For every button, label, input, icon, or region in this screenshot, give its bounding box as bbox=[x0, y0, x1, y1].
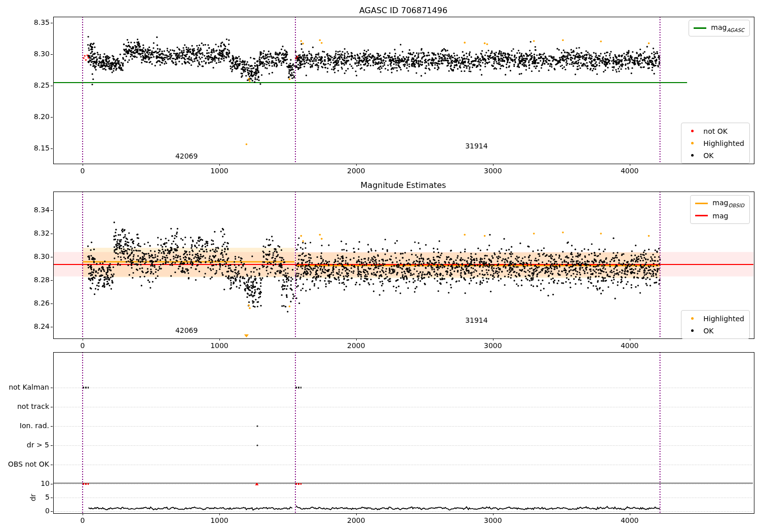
legend-label: mag bbox=[712, 212, 728, 220]
flag-label-not-track: not track bbox=[0, 402, 49, 410]
legend-dot-mark bbox=[686, 154, 699, 157]
x-tick-label: 2000 bbox=[341, 516, 371, 524]
obsid-annotation-42069-middle: 42069 bbox=[175, 326, 198, 334]
legend-point-types-top-panel: not OK Highlighted OK bbox=[681, 123, 750, 164]
legend-item-ok: OK bbox=[686, 325, 744, 336]
legend-mag-obsid: magOBSID mag bbox=[690, 195, 750, 224]
middle-panel-axes bbox=[53, 192, 754, 339]
y-tick-label: 8.28 bbox=[20, 276, 50, 284]
legend-label: magAGASC bbox=[711, 23, 744, 33]
dr-tick-label: 0 bbox=[20, 507, 50, 515]
legend-item-highlighted: Highlighted bbox=[686, 313, 744, 324]
y-tick-label: 8.26 bbox=[20, 299, 50, 307]
legend-line-mark bbox=[695, 203, 708, 204]
x-tick-label: 0 bbox=[67, 167, 98, 175]
legend-mag-agasc: magAGASC bbox=[689, 20, 750, 36]
x-tick-label: 0 bbox=[67, 341, 98, 350]
y-tick-label: 8.30 bbox=[20, 50, 50, 58]
obsid-annotation-42069-top: 42069 bbox=[175, 152, 198, 160]
legend-label: Highlighted bbox=[703, 315, 744, 323]
x-tick-label: 1000 bbox=[204, 341, 235, 350]
flag-label-obs-not-ok: OBS not OK bbox=[0, 460, 49, 468]
x-tick-label: 3000 bbox=[478, 516, 508, 524]
legend-dot-mark bbox=[686, 130, 699, 132]
x-tick-label: 4000 bbox=[615, 167, 645, 175]
x-tick-label: 2000 bbox=[341, 341, 371, 350]
x-tick-label: 0 bbox=[67, 516, 98, 524]
x-tick-label: 1000 bbox=[204, 516, 235, 524]
legend-line-mark bbox=[695, 215, 708, 216]
bottom-panel-axes bbox=[53, 352, 754, 514]
obsid-annotation-31914-top: 31914 bbox=[465, 142, 488, 150]
legend-label: not OK bbox=[703, 127, 728, 135]
x-tick-label: 4000 bbox=[615, 516, 645, 524]
top-panel-axes bbox=[53, 17, 754, 164]
top-panel-title: AGASC ID 706871496 bbox=[53, 6, 753, 15]
middle-panel-title: Magnitude Estimates bbox=[53, 180, 753, 190]
legend-item-mag: mag bbox=[695, 210, 744, 221]
legend-label: Highlighted bbox=[703, 139, 744, 147]
y-tick-label: 8.30 bbox=[20, 252, 50, 260]
legend-item-highlighted: Highlighted bbox=[686, 138, 744, 148]
y-tick-label: 8.34 bbox=[20, 206, 50, 214]
y-tick-label: 8.15 bbox=[20, 144, 50, 152]
obsid-annotation-31914-middle: 31914 bbox=[465, 316, 488, 324]
legend-label: magOBSID bbox=[712, 199, 744, 208]
legend-dot-mark bbox=[686, 142, 699, 144]
x-tick-label: 1000 bbox=[204, 167, 235, 175]
x-tick-label: 4000 bbox=[615, 341, 645, 350]
x-tick-label: 3000 bbox=[478, 167, 508, 175]
legend-item-not-ok: not OK bbox=[686, 126, 744, 136]
x-tick-label: 3000 bbox=[478, 341, 508, 350]
y-tick-label: 8.32 bbox=[20, 229, 50, 237]
legend-dot-mark bbox=[686, 317, 699, 320]
flag-label-not-kalman: not Kalman bbox=[0, 383, 49, 391]
flag-label-dr-gt-5: dr > 5 bbox=[0, 441, 49, 449]
legend-item-ok: OK bbox=[686, 150, 744, 161]
legend-dot-mark bbox=[686, 329, 699, 332]
y-tick-label: 8.35 bbox=[20, 18, 50, 26]
legend-line-mark bbox=[693, 27, 706, 29]
x-tick-label: 2000 bbox=[341, 167, 371, 175]
dr-tick-label: 5 bbox=[20, 493, 50, 501]
y-tick-label: 8.20 bbox=[20, 112, 50, 121]
legend-item-mag-obsid: magOBSID bbox=[695, 198, 744, 209]
flag-label-ion-rad: Ion. rad. bbox=[0, 422, 49, 430]
y-tick-label: 8.24 bbox=[20, 322, 50, 330]
figure: AGASC ID 706871496 Magnitude Estimates m… bbox=[0, 0, 760, 532]
y-tick-label: 8.25 bbox=[20, 81, 50, 89]
legend-label: OK bbox=[703, 151, 713, 160]
dr-tick-label: 10 bbox=[20, 479, 50, 487]
legend-item-mag-agasc: magAGASC bbox=[693, 23, 744, 33]
legend-label: OK bbox=[703, 327, 713, 335]
legend-point-types-middle-panel: Highlighted OK bbox=[681, 310, 750, 339]
